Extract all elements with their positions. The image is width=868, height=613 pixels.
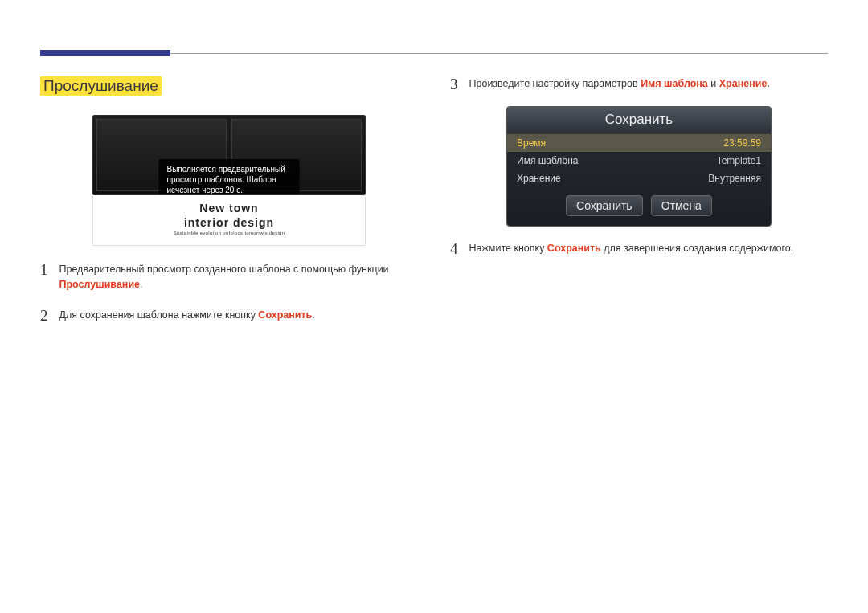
step-2: 2 Для сохранения шаблона нажмите кнопку … [40,308,418,323]
step-body: Для сохранения шаблона нажмите кнопку Со… [59,308,315,323]
row-value: Внутренняя [708,173,761,184]
preview-figure: Выполняется предварительный просмотр шаб… [92,115,366,246]
save-button[interactable]: Сохранить [566,195,643,216]
step-4: 4 Нажмите кнопку Сохранить для завершени… [450,241,828,256]
row-label: Имя шаблона [517,155,578,166]
step-body: Нажмите кнопку Сохранить для завершения … [469,241,794,256]
step-number: 4 [450,241,458,256]
keyword-preview: Прослушивание [59,279,141,290]
preview-bottom-panel: New town interior design Sustainble evol… [92,195,366,246]
dialog-buttons: Сохранить Отмена [507,187,771,226]
preview-title-line2: interior design [101,216,357,229]
left-column: Прослушивание Выполняется предварительны… [40,76,418,337]
row-label: Хранение [517,173,561,184]
step-text-a: Произведите настройку параметров [469,78,641,89]
header-accent-bar [40,50,170,56]
cancel-button[interactable]: Отмена [651,195,712,216]
step-tail: . [312,309,314,321]
row-label: Время [517,137,546,149]
preview-subtitle: Sustainble evolution unfolods tomorrw's … [101,231,357,235]
step-mid: и [708,78,719,89]
keyword-save: Сохранить [547,243,601,254]
step-number: 2 [40,308,48,323]
preview-message-overlay: Выполняется предварительный просмотр шаб… [159,159,300,195]
step-tail: . [140,279,142,290]
preview-top-panel: Выполняется предварительный просмотр шаб… [92,115,366,195]
step-tail: для завершения создания содержимого. [601,243,793,254]
step-number: 1 [40,262,48,277]
dialog-title: Сохранить [507,107,771,134]
right-column: 3 Произведите настройку параметров Имя ш… [450,76,828,337]
dialog-row-time[interactable]: Время 23:59:59 [507,134,771,152]
row-value: Template1 [717,155,761,166]
row-value: 23:59:59 [723,137,761,149]
step-number: 3 [450,76,458,92]
save-dialog: Сохранить Время 23:59:59 Имя шаблона Tem… [506,106,772,227]
preview-title-line1: New town [101,202,357,215]
section-title: Прослушивание [40,76,162,96]
dialog-row-storage[interactable]: Хранение Внутренняя [507,170,771,187]
step-text-a: Нажмите кнопку [469,243,547,254]
step-text: Для сохранения шаблона нажмите кнопку [59,309,259,321]
step-3: 3 Произведите настройку параметров Имя ш… [450,76,828,92]
step-1: 1 Предварительный просмотр созданного ша… [40,262,418,293]
keyword-save: Сохранить [258,309,312,321]
step-body: Предварительный просмотр созданного шабл… [59,262,419,293]
keyword-storage: Хранение [719,78,768,89]
step-body: Произведите настройку параметров Имя шаб… [469,76,770,92]
dialog-row-name[interactable]: Имя шаблона Template1 [507,152,771,170]
keyword-name: Имя шаблона [641,78,708,89]
step-text: Предварительный просмотр созданного шабл… [59,264,389,275]
step-tail: . [767,78,769,89]
